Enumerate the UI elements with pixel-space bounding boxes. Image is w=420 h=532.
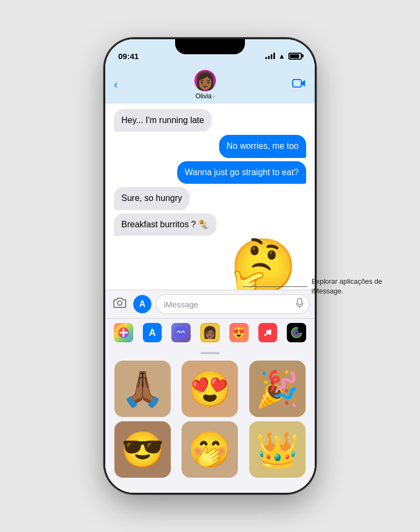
svg-point-1: [118, 301, 122, 305]
status-icons: ▲: [265, 52, 302, 60]
svg-point-7: [119, 332, 122, 334]
memoji-cell-4[interactable]: 😎: [114, 421, 171, 478]
app-strip-music[interactable]: [258, 323, 278, 342]
svg-point-11: [264, 334, 266, 336]
back-button[interactable]: ‹: [114, 79, 118, 91]
app-strip-appstore[interactable]: A: [143, 323, 162, 342]
back-chevron-icon: ‹: [114, 79, 118, 91]
contact-info[interactable]: 👩🏾 Olivia ›: [194, 70, 216, 100]
annotation-container: Explorar aplicações de iMessage.: [243, 277, 404, 296]
contact-chevron-icon: ›: [213, 94, 214, 99]
annotation-text: Explorar aplicações de iMessage.: [307, 277, 404, 296]
messages-area: Hey... I'm running late No worries, me t…: [105, 104, 315, 290]
svg-rect-0: [293, 80, 301, 87]
app-strip-stickers[interactable]: 😍: [229, 323, 249, 342]
camera-icon: [113, 297, 127, 312]
app-strip-photos[interactable]: [114, 323, 133, 342]
memoji-grid: 🙏🏾 😍 🎉 😎: [105, 347, 315, 493]
header: ‹ 👩🏾 Olivia ›: [105, 66, 315, 104]
signal-icon: [265, 53, 275, 59]
message-bubble-5: Breakfast burritos ? 🌯: [114, 213, 216, 236]
svg-point-5: [122, 328, 125, 332]
svg-point-8: [125, 332, 128, 334]
svg-point-9: [122, 332, 125, 334]
contact-name: Olivia ›: [195, 92, 214, 100]
screen: 09:41 ▲ ‹ 👩🏾: [105, 39, 315, 493]
message-bubble-2: No worries, me too: [219, 135, 306, 157]
phone-frame: 09:41 ▲ ‹ 👩🏾: [105, 39, 315, 493]
memoji-cell-2[interactable]: 😍: [182, 361, 238, 417]
wifi-icon: ▲: [278, 52, 285, 60]
memoji-cell-5[interactable]: 🤭: [182, 421, 238, 478]
annotation-line: [243, 286, 307, 287]
memoji-row-1: 🙏🏾 😍 🎉: [111, 361, 309, 417]
app-strip-audio[interactable]: [171, 323, 191, 342]
svg-point-12: [269, 333, 271, 335]
video-call-button[interactable]: [292, 78, 306, 92]
memoji-cell-3[interactable]: 🎉: [249, 361, 306, 417]
drag-handle: [200, 352, 220, 354]
battery-icon: [288, 53, 302, 60]
app-strip: A 👩🏾 😍: [105, 318, 315, 347]
appstore-icon: A: [149, 327, 156, 339]
app-store-icon: A: [139, 299, 146, 309]
svg-point-15: [295, 331, 298, 334]
message-input[interactable]: iMessage: [156, 294, 309, 314]
status-time: 09:41: [118, 52, 139, 61]
memoji-cell-1[interactable]: 🙏🏾: [114, 361, 171, 417]
app-strip-memoji[interactable]: 👩🏾: [200, 323, 220, 342]
message-bubble-1: Hey... I'm running late: [114, 109, 212, 132]
app-store-button[interactable]: A: [133, 295, 151, 313]
message-bubble-3: Wanna just go straight to eat?: [177, 161, 306, 184]
memoji-cell-6[interactable]: 👑: [249, 421, 306, 478]
message-bubble-4: Sure, so hungry: [114, 187, 190, 210]
avatar: 👩🏾: [194, 70, 216, 91]
camera-button[interactable]: [111, 295, 129, 313]
notch: [175, 39, 245, 54]
mic-icon: [296, 298, 303, 311]
memoji-row-2: 😎 🤭 👑: [111, 421, 309, 478]
app-strip-fitness[interactable]: [287, 323, 306, 342]
svg-point-6: [122, 334, 125, 337]
svg-rect-2: [298, 298, 302, 305]
